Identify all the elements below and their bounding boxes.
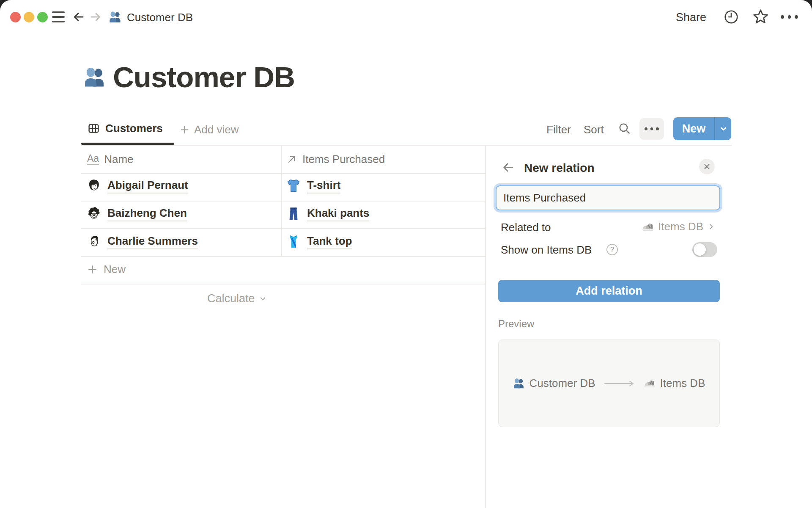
show-on-label: Show on Items DB	[501, 243, 592, 257]
avatar-baizheng	[86, 206, 102, 221]
view-options-button[interactable]	[639, 118, 664, 140]
people-icon	[513, 378, 525, 389]
star-icon	[752, 8, 770, 26]
chevron-down-icon	[259, 295, 267, 303]
relation-preview: Customer DB Items DB	[498, 340, 720, 427]
column-divider	[281, 145, 282, 256]
panel-title: New relation	[524, 161, 594, 175]
close-icon	[703, 163, 710, 170]
plus-icon	[179, 124, 190, 135]
clock-icon	[723, 9, 739, 25]
related-to-value: Items DB	[658, 220, 703, 233]
tab-customers[interactable]: Customers	[88, 122, 163, 135]
window-controls	[10, 12, 48, 22]
back-button[interactable]	[72, 11, 85, 23]
relation-name-input[interactable]	[496, 185, 720, 210]
add-relation-button[interactable]: Add relation	[498, 280, 720, 302]
forward-arrow-icon	[89, 11, 102, 23]
minimize-window-button[interactable]	[24, 12, 34, 22]
text-type-icon: Aa	[87, 153, 99, 165]
filter-button[interactable]: Filter	[546, 123, 571, 136]
preview-target-label: Items DB	[660, 377, 705, 390]
help-icon: ?	[606, 244, 618, 255]
relation-value-link: Khaki pants	[307, 207, 369, 221]
breadcrumb-people-icon	[109, 11, 122, 24]
related-to-label: Related to	[501, 221, 551, 234]
more-options-button[interactable]	[781, 15, 798, 19]
jeans-icon	[286, 206, 301, 221]
tank-top-icon	[286, 234, 301, 249]
preview-source-label: Customer DB	[529, 377, 595, 390]
forward-button[interactable]	[89, 11, 102, 23]
new-record-button[interactable]: New	[673, 117, 714, 140]
search-icon	[617, 121, 631, 135]
zoom-window-button[interactable]	[37, 12, 48, 22]
column-header-items-purchased[interactable]: Items Purchased	[286, 152, 385, 166]
panel-back-button[interactable]	[502, 161, 515, 174]
table-row-cell[interactable]: Charlie Summers	[86, 234, 198, 249]
chevron-right-icon	[707, 223, 715, 231]
toolbar-divider	[81, 145, 732, 146]
panel-close-button[interactable]	[699, 159, 715, 174]
row-title-link: Charlie Summers	[107, 235, 198, 249]
sidebar-menu-icon[interactable]	[52, 11, 65, 22]
tshirt-icon	[286, 178, 301, 193]
search-button[interactable]	[617, 121, 631, 135]
breadcrumb[interactable]: Customer DB	[127, 11, 193, 24]
preview-label: Preview	[498, 318, 534, 330]
plus-icon	[87, 264, 98, 275]
new-record-dropdown-button[interactable]	[715, 117, 731, 140]
page-title: Customer DB	[113, 59, 295, 96]
related-to-select[interactable]: Items DB	[642, 220, 715, 233]
tab-label: Customers	[105, 122, 163, 135]
page-people-icon	[83, 66, 106, 89]
avatar-abigail	[86, 178, 102, 193]
relation-value-link: T-shirt	[307, 179, 340, 193]
sneaker-icon	[642, 221, 654, 233]
table-row-cell[interactable]: Tank top	[286, 234, 352, 249]
table-view-icon	[88, 122, 100, 135]
sort-button[interactable]: Sort	[584, 123, 604, 136]
relation-icon	[286, 154, 297, 165]
close-window-button[interactable]	[10, 12, 21, 22]
history-button[interactable]	[723, 9, 739, 25]
ellipsis-icon	[645, 127, 647, 130]
chevron-down-icon	[719, 124, 728, 133]
add-view-button[interactable]: Add view	[179, 123, 239, 136]
show-on-toggle[interactable]	[692, 242, 717, 257]
relation-value-link: Tank top	[307, 235, 352, 249]
avatar-charlie	[86, 234, 102, 249]
app-window: Customer DB Share Customer DB Customers …	[0, 0, 812, 508]
back-arrow-icon	[502, 161, 515, 174]
sneaker-icon	[644, 378, 656, 389]
back-arrow-icon	[72, 11, 85, 23]
panel-divider	[485, 145, 486, 508]
table-row-cell[interactable]: Khaki pants	[286, 206, 369, 221]
favorite-button[interactable]	[752, 8, 770, 26]
new-row-button[interactable]: New	[87, 263, 126, 276]
row-title-link: Baizheng Chen	[107, 207, 187, 221]
table-row-cell[interactable]: Baizheng Chen	[86, 206, 187, 221]
ellipsis-icon	[781, 15, 784, 19]
table-row-cell[interactable]: T-shirt	[286, 178, 340, 193]
row-title-link: Abigail Pernaut	[107, 179, 188, 193]
table-row-cell[interactable]: Abigail Pernaut	[86, 178, 188, 193]
calculate-button[interactable]: Calculate	[207, 292, 267, 305]
new-record-button-group: New	[673, 117, 731, 140]
share-button[interactable]: Share	[676, 11, 706, 24]
column-header-name[interactable]: Aa Name	[87, 152, 134, 166]
relation-arrow-icon	[604, 380, 636, 387]
